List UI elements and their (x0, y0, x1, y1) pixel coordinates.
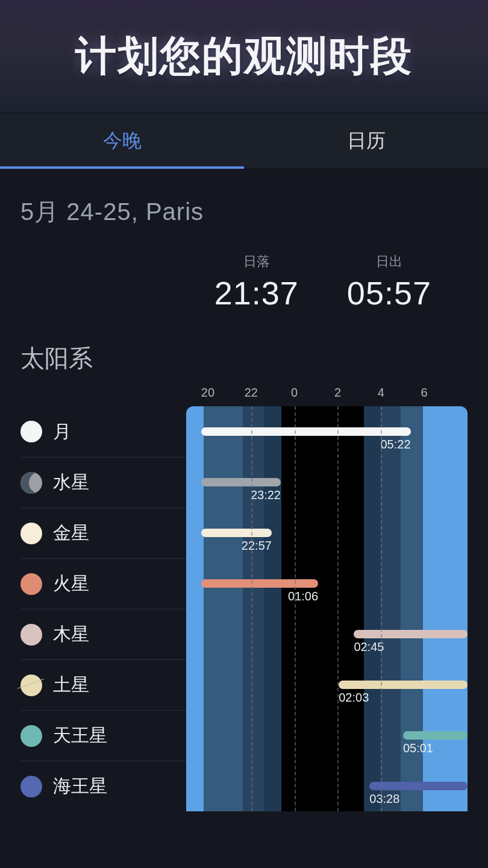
section-title: 太阳系 (20, 342, 468, 375)
planet-icon (20, 624, 42, 646)
planet-name: 土星 (53, 673, 89, 697)
planet-name: 天王星 (53, 723, 107, 748)
body-row[interactable]: 金星 (20, 508, 186, 558)
timeline-column: 20220246 05:2223:2222:5701:0602:4502:030… (186, 386, 468, 811)
body-row[interactable]: 水星 (20, 457, 186, 508)
timeline-row: 23:22 (186, 457, 468, 508)
sunset-label: 日落 (214, 253, 299, 271)
sunset-block: 日落 21:37 (214, 253, 299, 312)
axis-tick: 22 (245, 386, 258, 400)
planet-icon (20, 725, 42, 747)
planet-icon (20, 776, 42, 797)
axis-tick: 0 (291, 386, 298, 400)
content: 5月 24-25, Paris 日落 21:37 日出 05:57 太阳系 月水… (0, 169, 488, 811)
promo-header: 计划您的观测时段 (0, 0, 488, 113)
planet-icon (20, 421, 42, 442)
timeline-row: 05:01 (186, 710, 468, 761)
axis-tick: 4 (378, 386, 384, 400)
visibility-time-label: 22:57 (242, 539, 272, 553)
promo-title: 计划您的观测时段 (75, 29, 413, 84)
planet-name: 水星 (53, 470, 89, 495)
tab-tonight-label: 今晚 (103, 128, 142, 154)
visibility-bar (201, 529, 272, 537)
axis-tick: 2 (334, 386, 341, 400)
planet-name: 月 (53, 420, 71, 444)
gridline (295, 406, 296, 811)
sunrise-block: 日出 05:57 (347, 253, 431, 312)
tab-bar: 今晚 日历 (0, 113, 488, 169)
visibility-time-label: 05:22 (380, 438, 410, 451)
timeline-row: 02:03 (186, 659, 468, 710)
sunset-time: 21:37 (214, 274, 299, 312)
body-row[interactable]: 天王星 (20, 710, 186, 761)
tab-calendar[interactable]: 日历 (244, 113, 488, 168)
timeline-row: 02:45 (186, 609, 468, 659)
date-location: 5月 24-25, Paris (20, 195, 468, 228)
timeline-row: 22:57 (186, 508, 468, 558)
visibility-time-label: 23:22 (251, 488, 281, 502)
tab-tonight[interactable]: 今晚 (0, 113, 244, 168)
timeline-grid: 05:2223:2222:5701:0602:4502:0305:0103:28 (186, 406, 468, 811)
visibility-bar (354, 630, 468, 638)
time-axis: 20220246 (186, 386, 468, 406)
visibility-bar (201, 427, 410, 436)
planet-name: 金星 (53, 521, 89, 546)
axis-tick: 6 (421, 386, 428, 400)
sun-times: 日落 21:37 日出 05:57 (20, 253, 468, 312)
tab-calendar-label: 日历 (347, 128, 386, 154)
planet-name: 木星 (53, 622, 89, 647)
planet-name: 海王星 (53, 774, 107, 799)
planet-icon (20, 573, 42, 595)
visibility-time-label: 05:01 (403, 741, 433, 755)
gridline (337, 406, 339, 811)
axis-tick: 20 (201, 386, 214, 400)
planet-name: 火星 (53, 571, 89, 596)
body-row[interactable]: 土星 (20, 659, 186, 710)
visibility-time-label: 01:06 (288, 590, 318, 603)
planet-icon (20, 472, 42, 494)
sunrise-time: 05:57 (347, 274, 431, 312)
visibility-bar (339, 681, 468, 689)
sunrise-label: 日出 (347, 253, 431, 271)
visibility-bar (403, 731, 468, 740)
body-labels-column: 月水星金星火星木星土星天王星海王星 (20, 386, 186, 811)
visibility-bar (369, 782, 468, 790)
body-row[interactable]: 海王星 (20, 761, 186, 811)
visibility-time-label: 02:03 (339, 691, 369, 705)
visibility-time-label: 02:45 (354, 640, 384, 654)
gridline (381, 406, 382, 811)
timeline-chart: 月水星金星火星木星土星天王星海王星 20220246 05:2223:2222:… (20, 386, 468, 811)
body-row[interactable]: 月 (20, 406, 186, 457)
planet-icon (20, 523, 42, 544)
body-row[interactable]: 木星 (20, 609, 186, 659)
visibility-bar (201, 579, 318, 588)
body-row[interactable]: 火星 (20, 558, 186, 609)
gridline (251, 406, 252, 811)
visibility-bar (201, 478, 281, 486)
visibility-time-label: 03:28 (369, 792, 399, 806)
timeline-row: 01:06 (186, 558, 468, 609)
timeline-row: 03:28 (186, 761, 468, 811)
planet-icon (20, 675, 42, 696)
timeline-row: 05:22 (186, 406, 468, 457)
